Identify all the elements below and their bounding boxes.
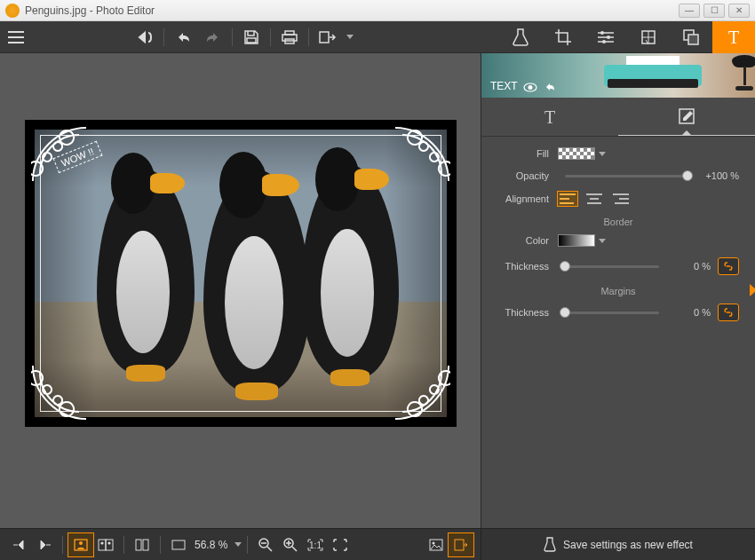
layers-icon bbox=[683, 29, 699, 45]
quick-preview-button[interactable] bbox=[424, 533, 449, 556]
svg-point-8 bbox=[607, 35, 610, 39]
svg-rect-6 bbox=[320, 32, 329, 43]
border-section-title: Border bbox=[497, 217, 739, 227]
close-button[interactable]: ✕ bbox=[728, 4, 750, 18]
svg-rect-21 bbox=[106, 540, 113, 550]
effects-icon bbox=[640, 29, 656, 45]
arrow-left-icon bbox=[13, 540, 26, 550]
margins-thickness-value: 0 % bbox=[666, 307, 711, 318]
panel-banner: TEXT bbox=[481, 53, 755, 98]
svg-point-31 bbox=[433, 541, 435, 544]
sliders-icon bbox=[598, 30, 614, 44]
fit-screen-icon bbox=[333, 539, 347, 551]
hamburger-icon bbox=[8, 31, 24, 43]
export-quick-button[interactable] bbox=[449, 533, 473, 556]
align-right-button[interactable] bbox=[611, 192, 631, 206]
panel-expand-arrow[interactable] bbox=[750, 284, 755, 296]
margins-link-button[interactable] bbox=[718, 304, 739, 321]
svg-text:T: T bbox=[728, 28, 739, 46]
zoom-out-icon bbox=[258, 538, 273, 552]
redo-icon bbox=[205, 31, 221, 43]
mode-text[interactable]: T bbox=[712, 21, 755, 53]
zoom-fit-button[interactable] bbox=[328, 533, 353, 556]
export-button[interactable] bbox=[313, 25, 343, 50]
zoom-out-button[interactable] bbox=[253, 533, 278, 556]
subtab-style[interactable] bbox=[618, 98, 755, 136]
alignment-label: Alignment bbox=[497, 193, 558, 204]
redo-button[interactable] bbox=[198, 25, 228, 50]
svg-rect-26 bbox=[172, 540, 185, 549]
view-split-button[interactable] bbox=[130, 533, 155, 556]
svg-point-22 bbox=[100, 541, 103, 544]
svg-rect-1 bbox=[8, 36, 24, 38]
undo-icon bbox=[175, 31, 191, 43]
minimize-button[interactable]: — bbox=[679, 4, 700, 18]
portrait-compare-icon bbox=[98, 539, 114, 551]
zoom-rect-icon bbox=[166, 533, 191, 556]
align-center-button[interactable] bbox=[584, 192, 604, 206]
frame-ornament-icon bbox=[31, 364, 88, 421]
border-color-dropdown-icon[interactable] bbox=[599, 239, 606, 243]
mode-effects[interactable] bbox=[627, 21, 670, 53]
image-export-icon bbox=[454, 539, 468, 551]
print-button[interactable] bbox=[274, 25, 305, 50]
save-button[interactable] bbox=[236, 25, 266, 50]
svg-text:T: T bbox=[544, 108, 555, 126]
export-icon bbox=[319, 31, 337, 43]
frame-ornament-icon bbox=[393, 126, 450, 183]
undo-button[interactable] bbox=[168, 25, 198, 50]
frame-inner-border bbox=[40, 135, 441, 412]
maximize-button[interactable]: ☐ bbox=[703, 4, 725, 18]
top-toolbar: T bbox=[0, 21, 755, 53]
svg-text:1:1: 1:1 bbox=[309, 540, 322, 550]
zoom-value: 56.8 % bbox=[191, 539, 231, 551]
zoom-in-button[interactable] bbox=[278, 533, 303, 556]
margins-thickness-label: Thickness bbox=[497, 307, 558, 318]
eye-icon[interactable] bbox=[523, 83, 537, 92]
subtab-text[interactable]: T bbox=[481, 98, 618, 136]
svg-rect-2 bbox=[8, 42, 24, 43]
zoom-100-button[interactable]: 1:1 bbox=[303, 533, 328, 556]
svg-point-19 bbox=[79, 541, 83, 545]
opacity-slider[interactable] bbox=[565, 175, 687, 177]
window-titlebar: Penguins.jpg - Photo Editor — ☐ ✕ bbox=[0, 0, 755, 21]
print-icon bbox=[282, 30, 298, 44]
align-left-button[interactable] bbox=[558, 192, 577, 206]
link-icon bbox=[722, 308, 735, 317]
border-thickness-slider[interactable] bbox=[565, 265, 659, 268]
mode-adjust[interactable] bbox=[584, 21, 627, 53]
image-icon bbox=[429, 539, 443, 551]
view-compare-button[interactable] bbox=[93, 533, 118, 556]
arrow-right-icon bbox=[38, 540, 51, 550]
export-dropdown-icon[interactable] bbox=[346, 35, 354, 39]
fill-swatch[interactable] bbox=[558, 147, 595, 160]
mode-layers[interactable] bbox=[670, 21, 712, 53]
banner-lamp-icon bbox=[724, 53, 755, 92]
undo-all-button[interactable] bbox=[130, 25, 160, 50]
text-icon: T bbox=[541, 108, 559, 126]
mode-develop[interactable] bbox=[499, 21, 542, 53]
margins-thickness-slider[interactable] bbox=[565, 312, 659, 314]
border-color-swatch[interactable] bbox=[558, 234, 595, 247]
crop-icon bbox=[555, 29, 571, 45]
menu-button[interactable] bbox=[0, 21, 32, 53]
one-to-one-icon: 1:1 bbox=[307, 539, 323, 551]
view-single-button[interactable] bbox=[68, 533, 93, 556]
border-link-button[interactable] bbox=[718, 257, 739, 275]
next-image-button[interactable] bbox=[32, 533, 57, 556]
save-as-effect-button[interactable]: Save settings as new effect bbox=[481, 528, 755, 560]
svg-rect-32 bbox=[455, 540, 464, 550]
flask-icon bbox=[544, 537, 556, 553]
side-panel: TEXT T Fill Opacity +100 % A bbox=[481, 53, 755, 528]
margins-section-title: Margins bbox=[497, 286, 739, 296]
mode-crop[interactable] bbox=[542, 21, 584, 53]
fill-dropdown-icon[interactable] bbox=[599, 152, 606, 156]
reset-icon[interactable] bbox=[543, 82, 555, 92]
flask-icon bbox=[513, 28, 528, 46]
undo-all-icon bbox=[136, 30, 154, 44]
zoom-dropdown-icon[interactable] bbox=[234, 542, 242, 547]
canvas-area[interactable]: WOW !! bbox=[0, 53, 481, 528]
border-thickness-value: 0 % bbox=[666, 261, 711, 272]
prev-image-button[interactable] bbox=[7, 533, 32, 556]
border-thickness-label: Thickness bbox=[497, 261, 558, 272]
